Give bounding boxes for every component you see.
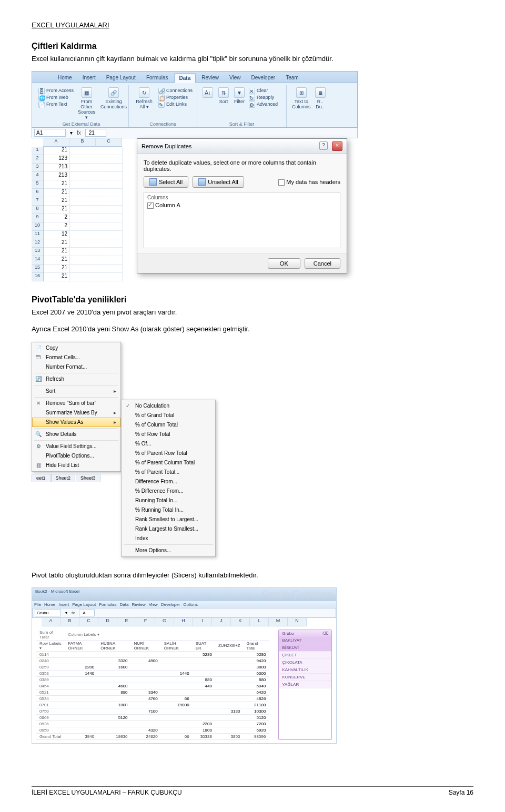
mini-tab[interactable]: Data (120, 602, 129, 607)
reapply-button[interactable]: ↻Reapply (249, 95, 278, 101)
menu-item-sort[interactable]: Sort▸ (32, 387, 120, 396)
formula-value[interactable]: 21 (85, 129, 106, 137)
cell[interactable]: 21 (44, 239, 70, 248)
mini-col-header[interactable]: N (288, 618, 307, 626)
edit-links-button[interactable]: ✎Edit Links (158, 102, 193, 108)
row-header[interactable]: 2 (32, 155, 43, 164)
menu-item-pivottable-options[interactable]: PivotTable Options... (32, 451, 120, 461)
slicer-grubu[interactable]: Grubu⌫ BAKLİYATBİSKÜVİÇİKLETÇİKOLATAKAHV… (278, 630, 332, 740)
mini-col-header[interactable]: E (117, 618, 136, 626)
from-other-sources-button[interactable]: ▦From Other Sources ▾ (78, 87, 95, 120)
row-header[interactable]: 1 (32, 147, 43, 155)
from-text-button[interactable]: 📄From Text (38, 102, 74, 108)
row-header[interactable]: 9 (32, 214, 43, 222)
mini-tab[interactable]: Options (183, 602, 198, 607)
sort-az-button[interactable]: A↓ (203, 87, 213, 99)
row-header[interactable]: 16 (32, 273, 43, 281)
mini-col-header[interactable]: C (79, 618, 98, 626)
ribbon-tab-team[interactable]: Team (281, 73, 303, 83)
column-header[interactable]: C (96, 138, 122, 147)
advanced-button[interactable]: ⚙Advanced (249, 102, 278, 108)
menu-item-of-column-total[interactable]: % of Column Total (122, 420, 215, 430)
mini-col-header[interactable]: G (155, 618, 174, 626)
cancel-button[interactable]: Cancel (305, 258, 340, 269)
cell[interactable]: 21 (44, 265, 70, 273)
slicer-item[interactable]: ÇİKLET (279, 652, 331, 659)
row-header[interactable]: 8 (32, 206, 43, 214)
menu-item-of-row-total[interactable]: % of Row Total (122, 430, 215, 439)
mini-col-header[interactable]: F (136, 618, 155, 626)
ribbon-tab-developer[interactable]: Developer (247, 73, 280, 83)
from-access-button[interactable]: 🗄From Access (38, 88, 74, 94)
existing-connections-button[interactable]: 🔗Existing Connections (100, 87, 127, 109)
column-header[interactable]: B (69, 138, 96, 147)
ok-button[interactable]: OK (268, 258, 300, 269)
mini-col-header[interactable]: K (231, 618, 250, 626)
menu-item-of-parent-row-total[interactable]: % of Parent Row Total (122, 449, 215, 458)
connections-button[interactable]: 🔗Connections (158, 88, 193, 94)
menu-item-of-grand-total[interactable]: % of Grand Total (122, 411, 215, 420)
mini-tab[interactable]: Review (132, 602, 145, 607)
slicer-item[interactable]: KAHVALTILIK (279, 666, 331, 674)
properties-button[interactable]: 📋Properties (158, 95, 193, 101)
cell[interactable]: 21 (44, 256, 70, 265)
menu-item-remove-sum-of-bar[interactable]: ✕Remove "Sum of bar" (32, 399, 120, 408)
slicer-item[interactable]: BAKLİYAT (279, 637, 331, 644)
ribbon-tab-home[interactable]: Home (53, 73, 77, 83)
from-web-button[interactable]: 🌐From Web (38, 95, 74, 101)
cell[interactable]: 21 (44, 206, 70, 214)
filter-button[interactable]: ▼Filter (234, 87, 245, 104)
row-header[interactable]: 13 (32, 248, 43, 256)
ribbon-tab-data[interactable]: Data (174, 73, 196, 83)
mini-col-header[interactable]: D (98, 618, 117, 626)
cell[interactable]: 21 (44, 189, 70, 197)
slicer-item[interactable]: YAĞLAR (279, 681, 331, 688)
cell[interactable]: 2 (44, 222, 70, 231)
mini-col-header[interactable]: M (269, 618, 288, 626)
mini-col-header[interactable]: B (60, 618, 79, 626)
column-item[interactable]: Column A (147, 202, 337, 209)
ribbon-tab-view[interactable]: View (225, 73, 246, 83)
menu-item-rank-smallest-to-largest[interactable]: Rank Smallest to Largest... (122, 515, 215, 524)
column-checkbox[interactable] (147, 202, 154, 209)
ribbon-tab-insert[interactable]: Insert (78, 73, 100, 83)
mini-tab[interactable]: Page Layout (72, 602, 96, 607)
row-header[interactable]: 15 (32, 265, 43, 273)
help-icon[interactable]: ? (319, 141, 328, 150)
cell[interactable]: 21 (44, 147, 70, 155)
cell[interactable]: 21 (44, 197, 70, 206)
mini-tab[interactable]: Formulas (99, 602, 116, 607)
fx-icon[interactable]: fx (77, 130, 81, 136)
mini-tab[interactable]: Developer (161, 602, 180, 607)
mini-tab[interactable]: Insert (58, 602, 69, 607)
column-header[interactable]: A (43, 138, 69, 147)
headers-checkbox[interactable] (278, 179, 285, 186)
menu-item-more-options[interactable]: More Options... (122, 546, 215, 555)
cell[interactable]: 21 (44, 248, 70, 256)
close-icon[interactable]: × (332, 141, 342, 151)
mini-col-header[interactable]: H (174, 618, 193, 626)
remove-duplicates-ribbon-button[interactable]: ≣R.. Du.. (315, 87, 326, 109)
mini-col-header[interactable]: A (42, 618, 60, 626)
menu-item-difference-from[interactable]: % Difference From... (122, 486, 215, 496)
menu-item-value-field-settings[interactable]: ⚙Value Field Settings... (32, 442, 120, 451)
mini-col-header[interactable]: L (250, 618, 269, 626)
menu-item-of-parent-column-total[interactable]: % of Parent Column Total (122, 458, 215, 468)
mini-tab[interactable]: File (34, 602, 41, 607)
refresh-all-button[interactable]: ↻Refresh All ▾ (134, 87, 154, 109)
menu-item-hide-field-list[interactable]: ▥Hide Field List (32, 461, 120, 470)
slicer-item[interactable]: BİSKÜVİ (279, 644, 331, 652)
row-header[interactable]: 12 (32, 239, 43, 248)
slicer-item[interactable]: KONSERVE (279, 674, 331, 681)
ribbon-tab-review[interactable]: Review (197, 73, 224, 83)
row-header[interactable]: 6 (32, 189, 43, 197)
menu-item-running-total-in[interactable]: % Running Total In... (122, 505, 215, 515)
cell[interactable]: 21 (44, 273, 70, 281)
mini-formula-value[interactable]: A (79, 610, 95, 616)
cell[interactable]: 123 (44, 155, 70, 164)
cell[interactable]: 21 (44, 180, 70, 189)
row-header[interactable]: 5 (32, 180, 43, 189)
menu-item-of-parent-total[interactable]: % of Parent Total... (122, 468, 215, 477)
mini-col-header[interactable]: I (193, 618, 212, 626)
sheet-tab[interactable]: eet1 (32, 474, 50, 482)
